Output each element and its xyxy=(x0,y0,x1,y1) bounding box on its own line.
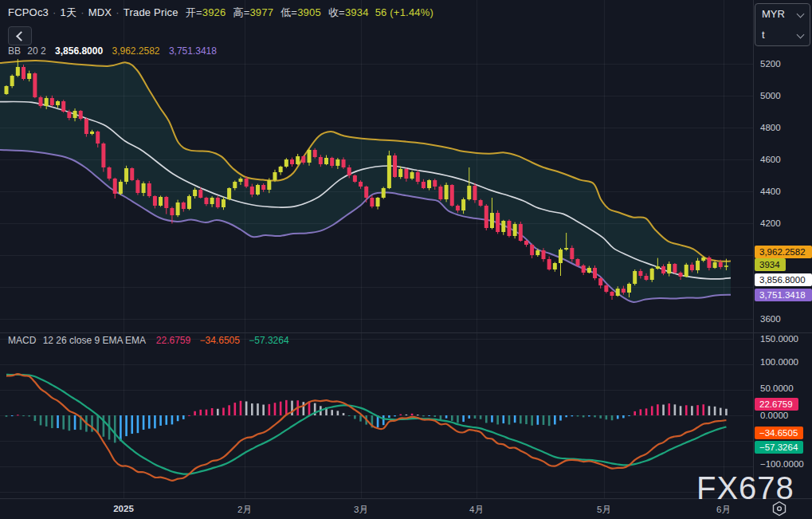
symbol-name[interactable]: FCPOc3 xyxy=(8,6,49,18)
price-label: 3,751.3418 xyxy=(755,289,812,301)
price-tick: 5000 xyxy=(760,91,781,100)
macd-value-label: 22.6759 xyxy=(755,398,798,411)
macd-value-label: −57.3264 xyxy=(755,441,803,454)
time-tick: 5月 xyxy=(597,504,611,516)
price-tick: 4200 xyxy=(760,218,781,228)
back-button[interactable] xyxy=(8,26,32,45)
chart-canvas[interactable] xyxy=(0,0,812,519)
series-type: Trade Price xyxy=(124,6,178,18)
price-axis[interactable]: 5200500048004600440042003600150.0000100.… xyxy=(753,0,812,498)
time-tick: 4月 xyxy=(469,504,484,516)
bb-basis-value: 3,856.8000 xyxy=(55,45,103,57)
price-tick: 5200 xyxy=(760,59,781,69)
interval[interactable]: 1天 xyxy=(61,6,77,18)
macd-line-value: −34.6505 xyxy=(200,335,240,346)
bb-upper-value: 3,962.2582 xyxy=(112,45,159,57)
trading-chart-window: FCPOc3·1天·MDX·Trade Price开=3926高=3977低=3… xyxy=(0,0,812,519)
unit-dropdown[interactable]: t xyxy=(755,25,810,45)
price-tick: 3600 xyxy=(760,314,781,324)
change-value: 56 (+1.44%) xyxy=(375,6,433,18)
macd-tick: 50.0000 xyxy=(760,383,794,393)
ohlc-field: 开=3926 xyxy=(186,6,226,18)
currency-dropdown[interactable]: MYR xyxy=(755,4,810,25)
currency-value: MYR xyxy=(762,8,785,20)
macd-tick: 0.0000 xyxy=(760,411,788,420)
macd-signal-value: −57.3264 xyxy=(249,335,288,346)
macd-value-label: −34.6505 xyxy=(755,427,803,439)
price-tick: 4800 xyxy=(760,123,781,132)
chevron-down-icon xyxy=(797,10,805,18)
bb-lower-value: 3,751.3418 xyxy=(169,45,217,57)
macd-hist-value: 22.6759 xyxy=(156,335,190,346)
macd-tick: −100.0000 xyxy=(760,459,804,469)
price-label: 3,856.8000 xyxy=(755,273,812,286)
macd-label: MACD xyxy=(8,335,36,346)
currency-unit-widget: MYR t xyxy=(755,3,810,46)
bb-indicator-row[interactable]: BB 20 2 3,856.8000 3,962.2582 3,751.3418 xyxy=(8,45,217,57)
price-tick: 4400 xyxy=(760,187,781,196)
price-tick: 4600 xyxy=(760,155,781,164)
ohlc-field: 收=3934 xyxy=(328,6,369,18)
time-axis[interactable]: 20252月3月4月5月6月 xyxy=(0,498,812,519)
time-tick: 2月 xyxy=(237,504,252,516)
ohlc-field: 高=3977 xyxy=(233,6,273,18)
macd-tick: 100.0000 xyxy=(760,357,798,367)
unit-value: t xyxy=(762,29,765,41)
macd-indicator-row[interactable]: MACD 12 26 close 9 EMA EMA 22.6759 −34.6… xyxy=(8,335,289,346)
time-tick: 3月 xyxy=(354,504,368,516)
chevron-down-icon xyxy=(797,31,805,39)
watermark: FX678 xyxy=(696,470,794,506)
macd-params: 12 26 close 9 EMA EMA xyxy=(43,335,146,346)
time-tick: 2025 xyxy=(113,504,134,513)
bb-label: BB xyxy=(8,45,21,57)
price-label: 3,962.2582 xyxy=(755,246,812,258)
macd-tick: 150.0000 xyxy=(760,334,798,344)
exchange: MDX xyxy=(88,6,112,18)
bb-params: 20 2 xyxy=(27,45,45,57)
chevron-left-icon xyxy=(16,31,26,41)
symbol-header: FCPOc3·1天·MDX·Trade Price开=3926高=3977低=3… xyxy=(8,6,433,20)
ohlc-field: 低=3905 xyxy=(280,6,321,18)
ohlc-fields: 开=3926高=3977低=3905收=3934 xyxy=(178,6,369,18)
price-label: 3934 xyxy=(755,258,786,271)
